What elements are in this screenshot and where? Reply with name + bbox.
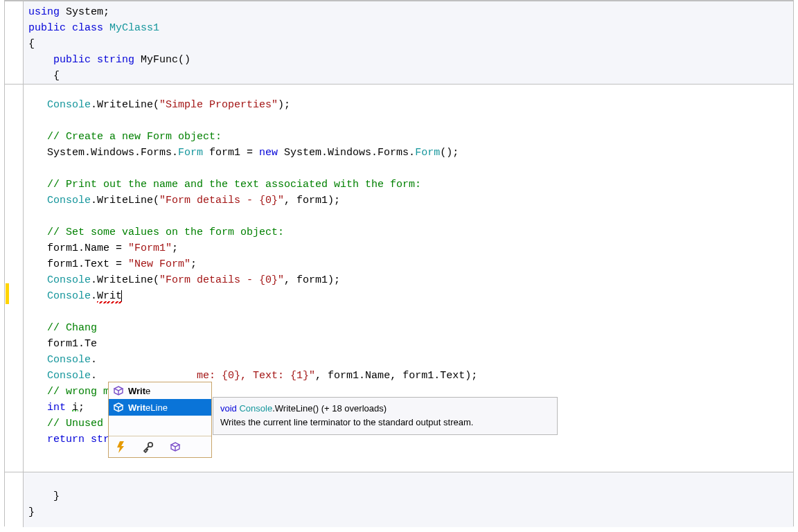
ind (28, 179, 47, 190)
cls: Console (47, 354, 91, 366)
str: me: {0}, Text: {1}" (197, 370, 315, 382)
str: "Form details - {0}" (159, 195, 284, 206)
comment: // Create a new Form object: (47, 131, 222, 143)
t: System.Windows.Forms. (278, 147, 415, 159)
ind (28, 354, 47, 366)
brace-open-2: { (28, 70, 60, 82)
str: "Simple Properties" (159, 99, 278, 111)
cls: Console (239, 403, 272, 414)
t: ; (78, 402, 85, 414)
overload-count: (+ 18 overloads) (319, 403, 387, 414)
brace-close: } (28, 490, 60, 502)
cls: Console (47, 370, 91, 382)
method-icon (113, 402, 124, 413)
property-filter-icon[interactable] (142, 441, 154, 453)
t: , form1); (284, 195, 340, 206)
footer-code: } } (28, 472, 60, 520)
signature-line: void Console.WriteLine() (+ 18 overloads… (220, 402, 550, 416)
ind (28, 274, 47, 286)
ind (28, 434, 47, 445)
t: , form1.Name, form1.Text); (315, 370, 477, 382)
method-filter-icon[interactable] (170, 441, 181, 452)
cls-name: MyClass1 (109, 22, 159, 34)
editor-frame: using System; public class MyClass1 { pu… (4, 0, 794, 526)
intellisense-filter-bar (109, 436, 211, 457)
ind (28, 258, 47, 270)
modification-marker (6, 283, 9, 304)
t: (); (440, 147, 459, 159)
t: ; (190, 258, 197, 270)
t: ); (278, 99, 290, 111)
ind (28, 195, 47, 206)
footer-code-pane: } } (5, 472, 793, 527)
t: System.Windows.Forms. (47, 147, 178, 159)
gutter (5, 472, 24, 527)
event-filter-icon[interactable] (116, 441, 127, 453)
t: . (91, 370, 97, 382)
completion-item-write[interactable]: Write (109, 382, 211, 399)
str: "New Form" (128, 258, 190, 270)
ind (28, 147, 47, 159)
ind (28, 131, 47, 143)
t: .WriteLine (272, 403, 312, 414)
editor-code[interactable]: Console.WriteLine("Simple Properties"); … (28, 97, 477, 447)
typed-partial: Writ (97, 290, 122, 302)
t: .WriteLine( (91, 195, 159, 206)
header-code: using System; public class MyClass1 { pu… (28, 4, 190, 84)
t: ; (172, 242, 178, 254)
indent (28, 54, 53, 66)
ind (28, 338, 47, 350)
t: form1.Text = (47, 258, 128, 270)
ind (28, 99, 47, 111)
t: . (91, 354, 97, 366)
t: .WriteLine( (91, 274, 159, 286)
completion-item-writeline[interactable]: WriteLine (109, 399, 211, 416)
cls: Console (47, 195, 91, 206)
editor-code-pane[interactable]: Console.WriteLine("Simple Properties"); … (5, 84, 793, 472)
completion-label: WriteLine (128, 400, 168, 416)
t: form1.Name = (47, 242, 128, 254)
kw: int (47, 402, 72, 414)
cls: Console (47, 99, 91, 111)
ind (28, 322, 47, 334)
ind (28, 418, 47, 429)
method-icon (113, 385, 124, 396)
completion-label: Write (128, 383, 150, 399)
kw-using: using (28, 6, 60, 18)
ind (28, 242, 47, 254)
str: "Form1" (128, 242, 172, 254)
cls: Form (178, 147, 203, 159)
method-name: MyFunc() (141, 54, 190, 66)
kw: new (259, 147, 278, 159)
kw-method: public string (53, 54, 141, 66)
txt: System; (60, 6, 109, 18)
t: form1.Te (47, 338, 97, 350)
str: "Form details - {0}" (159, 274, 284, 286)
brace-open: { (28, 38, 35, 50)
header-code-pane: using System; public class MyClass1 { pu… (5, 1, 793, 85)
kw: void (220, 403, 239, 414)
ind (28, 227, 47, 238)
comment: // Set some values on the form object: (47, 227, 284, 238)
ind (28, 386, 47, 398)
t: .WriteLine( (91, 99, 159, 111)
cls: Form (415, 147, 440, 159)
ind (28, 402, 47, 414)
intellisense-popup[interactable]: Write WriteLine (108, 382, 212, 458)
cls: Console (47, 290, 91, 302)
t: () (312, 403, 319, 414)
unused-var: i (72, 402, 78, 414)
gutter (5, 85, 24, 472)
t: form1 = (203, 147, 259, 159)
t: , form1); (284, 274, 340, 286)
kw-class: public class (28, 22, 109, 34)
t: . (91, 290, 97, 302)
signature-tooltip: void Console.WriteLine() (+ 18 overloads… (213, 397, 558, 435)
brace-close: } (28, 506, 35, 518)
ind (28, 290, 47, 302)
gutter (5, 1, 24, 85)
kw: return (47, 434, 91, 445)
comment: // Chang (47, 322, 97, 334)
comment: // Print out the name and the text assoc… (47, 179, 421, 190)
signature-description: Writes the current line terminator to th… (220, 416, 550, 429)
